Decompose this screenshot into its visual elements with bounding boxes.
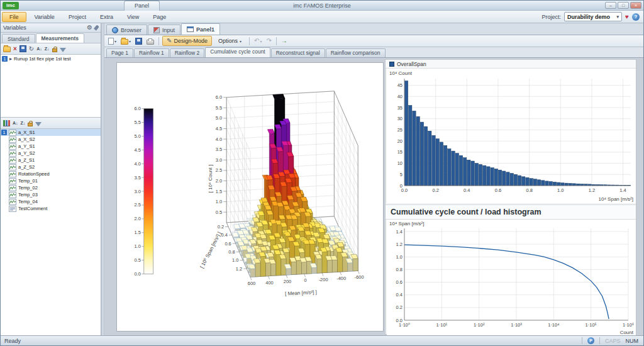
menubar: FileVariableProjectExtraViewPage Project…: [1, 11, 643, 23]
variable-name: RotationSpeed: [18, 171, 50, 177]
print-button[interactable]: [145, 37, 155, 45]
menu-file[interactable]: File: [2, 12, 26, 22]
variable-row[interactable]: RotationSpeed: [1, 170, 101, 177]
doc-tab-label: Browser: [121, 27, 142, 33]
redo-icon: ↷: [266, 38, 271, 44]
svg-text:5.5: 5.5: [134, 120, 140, 125]
floating-panel-tab[interactable]: Panel: [124, 1, 160, 11]
svg-text:1·10³: 1·10³: [511, 322, 522, 328]
doc-tab-panel1[interactable]: Panel1: [181, 23, 220, 35]
variable-row[interactable]: a_X_S2: [1, 136, 101, 143]
refresh-icon[interactable]: ↻: [29, 46, 34, 52]
svg-text:10⁴ Span [m/s²]: 10⁴ Span [m/s²]: [389, 221, 424, 226]
svg-text:35: 35: [397, 105, 402, 111]
open-folder-icon[interactable]: [3, 47, 11, 52]
options-button[interactable]: Options ▾: [214, 36, 246, 46]
doc-tab-browser[interactable]: Browser: [106, 25, 147, 35]
page-tab-rainflow-comparison[interactable]: Rainflow comparison: [326, 48, 386, 57]
variable-row[interactable]: 1a_X_S1: [1, 129, 101, 136]
variable-name: a_Y_S1: [18, 143, 35, 149]
menu-page[interactable]: Page: [146, 11, 173, 23]
filter-icon[interactable]: [60, 48, 66, 52]
num-indicator: NUM: [626, 338, 639, 344]
variable-row[interactable]: Temp_03: [1, 191, 101, 198]
menu-items: FileVariableProjectExtraViewPage: [1, 11, 173, 23]
save-icon[interactable]: [19, 45, 26, 52]
undo-button[interactable]: ↶▾: [253, 37, 263, 45]
menu-view[interactable]: View: [120, 11, 146, 23]
redo-button[interactable]: ↷: [265, 37, 272, 45]
sort-asc-icon[interactable]: A↓: [13, 121, 18, 125]
variable-row[interactable]: Temp_01: [1, 177, 101, 184]
variable-row[interactable]: a_Y_S2: [1, 150, 101, 157]
favorites-heart-icon[interactable]: ♥: [625, 14, 629, 20]
page-tab-reconstruct-signal[interactable]: Reconstruct signal: [271, 48, 325, 57]
lock-icon[interactable]: [28, 123, 33, 126]
chart-legend: OverallSpan: [386, 60, 636, 69]
statusbar: Ready P CAPS NUM: [1, 335, 643, 345]
new-panel-button[interactable]: ▾: [107, 37, 118, 45]
svg-text:1.5: 1.5: [216, 189, 222, 194]
svg-text:2.5: 2.5: [134, 202, 140, 208]
variable-row[interactable]: a_Z_S1: [1, 157, 101, 164]
svg-text:5: 5: [400, 172, 402, 177]
page-tabs: Page 1Rainflow 1Rainflow 2Cumulative cyc…: [104, 47, 643, 58]
new-page-icon: [108, 38, 114, 45]
page-tab-page-1[interactable]: Page 1: [106, 48, 133, 57]
help-icon[interactable]: ?: [632, 13, 640, 21]
menu-extra[interactable]: Extra: [93, 11, 120, 23]
variable-row[interactable]: Temp_04: [1, 198, 101, 205]
svg-text:1.4: 1.4: [619, 187, 626, 193]
svg-text:-600: -600: [355, 274, 364, 280]
minimize-button[interactable]: –: [605, 2, 616, 9]
variable-row[interactable]: a_Z_S2: [1, 164, 101, 170]
expander-icon[interactable]: ▸: [9, 57, 12, 62]
svg-text:0.0: 0.0: [134, 271, 140, 277]
sort-desc-icon[interactable]: Z↓: [45, 47, 50, 51]
doc-tab-input[interactable]: Input: [148, 25, 180, 35]
variable-row[interactable]: a_Y_S1: [1, 143, 101, 150]
menu-project[interactable]: Project: [62, 11, 93, 23]
variable-name: a_X_S2: [18, 137, 35, 142]
status-p-icon[interactable]: P: [587, 337, 594, 344]
open-button[interactable]: ▾: [119, 37, 132, 45]
gear-icon[interactable]: ⚙: [87, 25, 92, 31]
cumulative-cycle-chart: 0.00.20.40.60.81.01.21.41·10⁰1·10¹1·10²1…: [387, 220, 636, 335]
menu-variable[interactable]: Variable: [28, 11, 62, 23]
svg-text:6.0: 6.0: [216, 94, 222, 100]
sort-desc-icon[interactable]: Z↓: [21, 121, 26, 125]
project-select[interactable]: Durability demo ▾: [564, 12, 622, 21]
sort-asc-icon[interactable]: A↓: [36, 47, 42, 51]
pin-icon[interactable]: [94, 25, 99, 30]
design-mode-button[interactable]: ✎ Design-Mode: [162, 36, 212, 46]
filter-icon[interactable]: [35, 122, 42, 126]
chart-icon[interactable]: [3, 120, 10, 126]
sidebar-tab-standard[interactable]: Standard: [2, 34, 35, 43]
panel-page-content: 0.00.51.01.52.02.53.03.54.04.55.05.56.00…: [104, 58, 643, 335]
variable-row[interactable]: Temp_02: [1, 184, 101, 191]
svg-text:2.0: 2.0: [216, 178, 222, 184]
browser-icon: [112, 27, 118, 33]
open-folder-icon: [121, 39, 128, 45]
save-button[interactable]: [134, 37, 143, 45]
svg-text:10: 10: [397, 160, 402, 166]
delete-icon[interactable]: ×: [13, 45, 17, 52]
page-tab-rainflow-1[interactable]: Rainflow 1: [134, 48, 169, 57]
svg-text:1.5: 1.5: [134, 230, 140, 235]
sidebar-tab-measurements[interactable]: Measurements: [36, 33, 85, 43]
measurement-row[interactable]: 1 ▸ Runup 1st flex pipe 1st test: [1, 55, 101, 63]
svg-text:1·10¹: 1·10¹: [436, 322, 448, 328]
run-button[interactable]: →: [280, 37, 289, 45]
variables-list: 1a_X_S1a_X_S2a_Y_S1a_Y_S2a_Z_S1a_Z_S2Rot…: [1, 129, 101, 335]
variable-name: a_Z_S1: [18, 157, 35, 163]
page-tab-rainflow-2[interactable]: Rainflow 2: [170, 48, 205, 57]
measurements-toolbar: × ↻ A↓ Z↓: [1, 43, 101, 55]
svg-text:6.0: 6.0: [134, 106, 140, 111]
variable-row[interactable]: TestComment: [1, 205, 101, 212]
close-button[interactable]: ×: [630, 2, 641, 9]
maximize-button[interactable]: □: [618, 2, 629, 9]
lock-icon[interactable]: [52, 48, 57, 52]
legend-label: OverallSpan: [397, 61, 426, 67]
waveform-icon: [9, 178, 16, 184]
page-tab-cumulative-cycle-count[interactable]: Cumulative cycle count: [205, 47, 270, 57]
